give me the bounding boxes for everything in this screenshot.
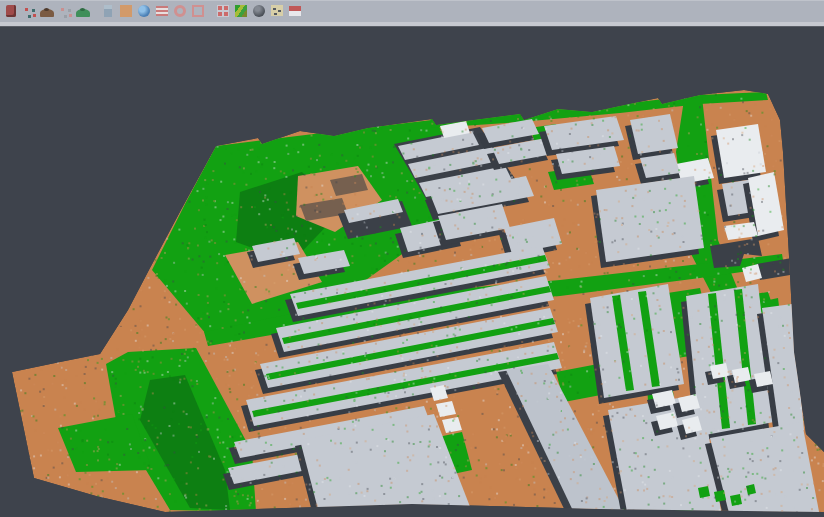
mound-glyph [40, 9, 54, 17]
column-glyph [104, 5, 112, 17]
point-cloud-render [0, 27, 824, 517]
application-window [0, 0, 824, 517]
layers-glyph [289, 6, 301, 16]
zoom-extents-icon[interactable] [190, 3, 206, 19]
building-roof [710, 422, 820, 517]
building-roof [590, 284, 684, 398]
ring-glyph [174, 5, 186, 17]
vegetation-patch [730, 494, 742, 506]
colormap-glyph [235, 5, 247, 17]
globe-icon[interactable] [136, 3, 152, 19]
list-stripes-icon[interactable] [154, 3, 170, 19]
toolbar-separator [92, 3, 99, 19]
viewport-3d[interactable] [0, 27, 824, 517]
sphere-glyph [253, 5, 265, 17]
square-glyph [120, 5, 132, 17]
ortho-image-icon[interactable] [118, 3, 134, 19]
building-roof [596, 176, 704, 262]
vegetation-patch [714, 490, 726, 502]
terrain-dtm-icon[interactable] [39, 3, 55, 19]
layers-icon[interactable] [287, 3, 303, 19]
brackets-glyph [192, 5, 204, 17]
profile-column-icon[interactable] [100, 3, 116, 19]
terrain-dsm-icon[interactable] [75, 3, 91, 19]
scatter-glyph [59, 5, 71, 17]
building-roof-white [716, 124, 766, 178]
toolbar-separator [207, 3, 214, 19]
building-roof [630, 114, 678, 154]
sparse-points-icon[interactable] [57, 3, 73, 19]
circle-select-icon[interactable] [172, 3, 188, 19]
building-roof [608, 394, 722, 517]
block-glyph [6, 5, 16, 17]
lines-glyph [156, 6, 168, 16]
scatter-glyph [23, 5, 35, 17]
grid-tiles-icon[interactable] [215, 3, 231, 19]
vegetation-patch [698, 486, 710, 498]
mound-glyph [76, 9, 90, 17]
sphere-render-icon[interactable] [251, 3, 267, 19]
map-sheet-icon[interactable] [269, 3, 285, 19]
grid-glyph [217, 5, 229, 17]
scatter-points-icon[interactable] [21, 3, 37, 19]
selection-tool-icon[interactable] [3, 3, 19, 19]
classification-colors-icon[interactable] [233, 3, 249, 19]
map-glyph [271, 5, 283, 16]
globe-glyph [138, 5, 150, 17]
toolbar [0, 0, 824, 22]
